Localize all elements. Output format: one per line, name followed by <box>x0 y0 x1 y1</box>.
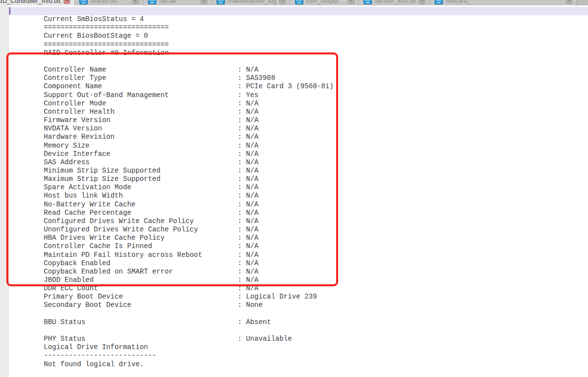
editor-gutter <box>0 5 9 377</box>
tab-strip: RAID_Controller_Info.txt ✕ fruinfo.txt ✕… <box>0 0 577 5</box>
saved-file-icon <box>148 0 156 4</box>
close-tab-icon[interactable]: ✕ <box>64 0 70 4</box>
property-label: Controller Health <box>44 108 238 116</box>
property-label: Primary Boot Device <box>44 293 238 301</box>
property-value: N/A <box>238 192 259 200</box>
property-value: Logical Drive 239 <box>238 293 317 301</box>
property-label: BBU Status <box>44 318 238 327</box>
property-value: SAS3908 <box>238 74 275 82</box>
property-value: N/A <box>238 125 259 132</box>
property-value: N/A <box>238 242 259 250</box>
saved-file-icon <box>435 0 443 4</box>
property-label: --------------------------- <box>44 352 156 360</box>
property-value: N/A <box>238 116 259 124</box>
property-value: N/A <box>238 133 259 141</box>
property-label: Current SmBiosStatus = 4 <box>44 15 144 24</box>
tab-filename: sel.tar <box>159 0 176 4</box>
property-value: N/A <box>238 209 259 217</box>
property-label: Controller Type <box>44 74 238 82</box>
property-label: DDR ECC Count <box>44 284 238 293</box>
tab-filename: RAID_Controller_Info.txt <box>0 0 61 4</box>
close-tab-icon[interactable]: ✕ <box>201 0 207 4</box>
tab-bar: RAID_Controller_Info.txt ✕ fruinfo.txt ✕… <box>0 0 588 5</box>
tab-filename: maintenance_log <box>228 0 276 4</box>
property-value: N/A <box>238 226 259 233</box>
property-label: Support Out-of-Band Management <box>44 91 238 100</box>
property-value: N/A <box>238 158 259 166</box>
property-label: No-Battery Write Cache <box>44 201 238 209</box>
property-label: NVDATA Version <box>44 125 238 133</box>
property-value: N/A <box>238 251 259 259</box>
property-label: ============================== <box>44 24 169 32</box>
property-value: N/A <box>238 66 259 74</box>
close-tab-icon[interactable]: ✕ <box>419 0 425 4</box>
text-line: Current SmBiosStatus = 4 <box>10 7 588 15</box>
property-label: Copyback Enabled <box>44 259 238 268</box>
property-label: Hardware Revision <box>44 133 238 141</box>
tab-filename: sensor_info.txt <box>375 0 416 4</box>
property-value: N/A <box>238 259 259 267</box>
property-value: Yes <box>238 91 259 99</box>
property-value: N/A <box>238 150 259 158</box>
property-label: Host bus link Width <box>44 192 238 200</box>
property-value: N/A <box>238 268 259 276</box>
property-label: Unonfigured Drives Write Cache Policy <box>44 226 238 234</box>
property-label: JBOD Enabled <box>44 276 238 284</box>
property-label: Logical Drive Information <box>44 343 148 352</box>
saved-file-icon <box>364 0 372 4</box>
property-label: Current BiosBootStage = 0 <box>44 32 148 40</box>
file-tab[interactable]: sel.tar ✕ <box>144 0 212 5</box>
property-label: Minimum Strip Size Supported <box>44 167 238 175</box>
property-label: Maximum Strip Size Supported <box>44 175 238 183</box>
property-label: Maintain PD Fail History across Reboot <box>44 251 238 259</box>
text-editor[interactable]: Current SmBiosStatus = 4 ===============… <box>0 5 588 377</box>
property-label: Memory Size <box>44 142 238 150</box>
property-label: Read Cache Percentage <box>44 209 238 217</box>
property-value: N/A <box>238 175 259 183</box>
property-label: Controller Mode <box>44 100 238 108</box>
tab-filename: rdm_output <box>306 0 339 4</box>
property-value: N/A <box>238 142 259 150</box>
property-label: Configured Drives Write Cache Policy <box>44 217 238 226</box>
property-value: N/A <box>238 276 259 284</box>
property-value: N/A <box>238 183 259 191</box>
property-label: Secondary Boot Device <box>44 301 238 309</box>
property-label: Not found logical drive. <box>44 360 144 369</box>
text-line: Controller NameN/A <box>10 57 588 66</box>
property-value: N/A <box>238 217 259 225</box>
file-tab[interactable]: rdm_output ✕ <box>291 0 359 5</box>
file-tab[interactable]: fruinfo.txt ✕ <box>75 0 144 5</box>
property-label: Firmware Version <box>44 116 238 125</box>
property-label: Component Name <box>44 82 238 91</box>
file-tab[interactable]: maintenance_log ✕ <box>212 0 291 5</box>
property-value: N/A <box>238 234 259 242</box>
property-label: Spare Activation Mode <box>44 183 238 192</box>
property-value: N/A <box>238 201 259 208</box>
file-tab[interactable]: RAID_Controller_Info.txt ✕ <box>0 0 75 5</box>
property-label: RAID Controller #0 Information <box>44 49 169 57</box>
text-line: BBU StatusAbsent <box>10 310 588 318</box>
property-value: N/A <box>238 108 259 116</box>
property-label: HBA Drives Write Cache Policy <box>44 234 238 242</box>
property-value: N/A <box>238 167 259 175</box>
close-tab-icon[interactable]: ✕ <box>132 0 139 4</box>
tab-filename: netcard_ <box>446 0 471 4</box>
close-tab-icon[interactable]: ✕ <box>279 0 286 4</box>
text-line: PHY StatusUnavailable <box>10 327 588 335</box>
property-label: Controller Name <box>44 66 238 74</box>
property-label: PHY Status <box>44 335 238 343</box>
property-value: None <box>238 301 263 309</box>
saved-file-icon <box>295 0 303 4</box>
file-tab[interactable]: netcard_ ✕ <box>430 0 577 5</box>
property-value: Unavailable <box>238 335 292 343</box>
property-value: N/A <box>238 100 259 107</box>
close-tab-icon[interactable]: ✕ <box>348 0 354 4</box>
saved-file-icon <box>79 0 88 4</box>
file-content: Current SmBiosStatus = 4 ===============… <box>10 7 588 360</box>
property-value: Absent <box>238 318 271 326</box>
close-tab-icon[interactable]: ✕ <box>566 0 572 4</box>
file-tab[interactable]: sensor_info.txt ✕ <box>359 0 431 5</box>
property-value: PCIe Card 3 (9560-8i) <box>238 82 334 90</box>
property-label: SAS Address <box>44 158 238 167</box>
property-label: ============================== <box>44 41 169 49</box>
